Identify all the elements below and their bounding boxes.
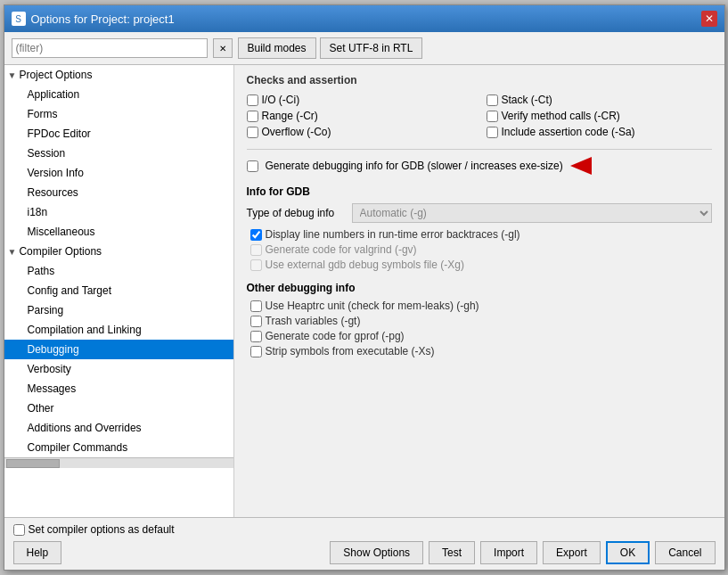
sidebar-item-complink[interactable]: Compilation and Linking [4, 320, 233, 340]
check-strip-input[interactable] [250, 346, 262, 357]
check-verify-input[interactable] [487, 111, 498, 122]
other-label: Other [4, 400, 233, 416]
sidebar-item-messages[interactable]: Messages [4, 379, 233, 398]
sidebar-item-forms[interactable]: Forms [4, 104, 233, 124]
arrow-indicator-icon [570, 157, 597, 175]
check-stack-label: Stack (-Ct) [502, 94, 552, 106]
configtarget-label: Config and Target [4, 283, 233, 299]
check-strip-label: Strip symbols from executable (-Xs) [266, 345, 435, 357]
check-io-label: I/O (-Ci) [262, 94, 300, 106]
set-default-label: Set compiler options as default [29, 523, 175, 536]
sub-check-valgrind: Generate code for valgrind (-gv) [247, 243, 712, 256]
sidebar-item-other[interactable]: Other [4, 398, 233, 418]
filter-clear-button[interactable]: ✕ [213, 38, 233, 58]
info-gdb-title: Info for GDB [247, 185, 712, 198]
sidebar-item-versioninfo[interactable]: Version Info [4, 163, 233, 183]
sidebar-group-compiler-options[interactable]: ▼ Compiler Options [4, 242, 233, 261]
set-default-checkbox[interactable] [13, 524, 25, 536]
app-icon: S [12, 12, 26, 26]
sidebar-item-configtarget[interactable]: Config and Target [4, 281, 233, 300]
fpdoc-label: FPDoc Editor [4, 126, 233, 142]
dialog-title: Options for Project: project1 [31, 12, 175, 26]
debugging-label: Debugging [4, 341, 233, 357]
check-overflow-input[interactable] [247, 127, 258, 138]
sidebar-item-i18n[interactable]: i18n [4, 202, 233, 222]
chevron-down-icon-2: ▼ [8, 247, 17, 257]
sidebar-scrollbar-h[interactable] [4, 457, 233, 468]
sub-check-external-gdb-input[interactable] [250, 259, 262, 271]
check-io-input[interactable] [247, 94, 258, 106]
check-range-input[interactable] [247, 111, 258, 122]
chevron-down-icon: ▼ [8, 70, 17, 80]
show-options-button[interactable]: Show Options [330, 541, 423, 564]
forms-label: Forms [4, 106, 233, 122]
check-gprof-label: Generate code for gprof (-pg) [266, 330, 405, 342]
check-trash-input[interactable] [250, 316, 262, 327]
sidebar-item-parsing[interactable]: Parsing [4, 300, 233, 320]
check-gprof: Generate code for gprof (-pg) [247, 330, 712, 342]
compilercmds-label: Compiler Commands [4, 439, 233, 456]
check-heaptrc-input[interactable] [250, 300, 262, 312]
session-label: Session [4, 145, 233, 161]
sidebar-item-session[interactable]: Session [4, 144, 233, 163]
sidebar-scrollbar-thumb [6, 459, 60, 468]
tab-build-modes[interactable]: Build modes [238, 37, 316, 59]
sub-check-lineno: Display line numbers in run-time error b… [247, 228, 712, 241]
debug-type-select[interactable]: Automatic (-g) [352, 203, 712, 223]
tab-row: Build modes Set UTF-8 in RTL [238, 37, 717, 59]
tab-utf8[interactable]: Set UTF-8 in RTL [320, 37, 423, 59]
sidebar-item-misc[interactable]: Miscellaneous [4, 222, 233, 242]
action-buttons: Show Options Test Import Export OK Cance… [330, 541, 715, 564]
other-debug-title: Other debugging info [247, 282, 712, 294]
sub-check-external-gdb-label: Use external gdb debug symbols file (-Xg… [266, 259, 464, 271]
verbosity-label: Verbosity [4, 361, 233, 377]
sidebar-group-project-options[interactable]: ▼ Project Options [4, 65, 233, 85]
sub-check-external-gdb: Use external gdb debug symbols file (-Xg… [247, 259, 712, 271]
check-assertion: Include assertion code (-Sa) [487, 126, 712, 138]
cancel-button[interactable]: Cancel [655, 541, 715, 564]
help-button[interactable]: Help [13, 541, 62, 564]
sidebar-item-application[interactable]: Application [4, 85, 233, 104]
check-verify-label: Verify method calls (-CR) [502, 110, 620, 122]
check-overflow: Overflow (-Co) [247, 126, 472, 138]
filter-input[interactable] [12, 38, 208, 58]
parsing-label: Parsing [4, 302, 233, 318]
check-assertion-input[interactable] [487, 127, 498, 138]
check-stack: Stack (-Ct) [487, 94, 712, 106]
test-button[interactable]: Test [429, 541, 475, 564]
sub-check-lineno-input[interactable] [250, 229, 262, 241]
compiler-options-header: ▼ Compiler Options [4, 243, 233, 259]
misc-label: Miscellaneous [4, 224, 233, 240]
sidebar-item-resources[interactable]: Resources [4, 183, 233, 202]
export-button[interactable]: Export [543, 541, 601, 564]
title-bar-left: S Options for Project: project1 [12, 12, 175, 26]
ok-button[interactable]: OK [606, 541, 650, 564]
sidebar-item-debugging[interactable]: Debugging [4, 340, 233, 359]
right-panel: Checks and assertion I/O (-Ci) Stack (-C… [234, 65, 724, 517]
close-button[interactable]: ✕ [701, 11, 717, 27]
addoverrides-label: Additions and Overrides [4, 420, 233, 436]
divider-1 [247, 149, 712, 150]
sidebar: ▼ Project Options Application Forms FPDo… [4, 65, 234, 517]
sidebar-item-verbosity[interactable]: Verbosity [4, 359, 233, 379]
project-options-label: Project Options [19, 69, 92, 81]
sidebar-item-fpdoc[interactable]: FPDoc Editor [4, 124, 233, 144]
import-button[interactable]: Import [480, 541, 537, 564]
bottom-buttons: Help Show Options Test Import Export OK … [13, 541, 716, 564]
check-trash: Trash variables (-gt) [247, 315, 712, 327]
check-gprof-input[interactable] [250, 331, 262, 342]
sidebar-item-addoverrides[interactable]: Additions and Overrides [4, 418, 233, 438]
sidebar-item-paths[interactable]: Paths [4, 261, 233, 281]
sub-check-valgrind-input[interactable] [250, 244, 262, 256]
resources-label: Resources [4, 185, 233, 201]
sidebar-item-compilercmds[interactable]: Compiler Commands [4, 438, 233, 457]
complink-label: Compilation and Linking [4, 322, 233, 338]
dialog: S Options for Project: project1 ✕ ✕ Buil… [4, 4, 725, 571]
check-strip: Strip symbols from executable (-Xs) [247, 345, 712, 357]
i18n-label: i18n [4, 204, 233, 220]
project-options-header: ▼ Project Options [4, 67, 233, 83]
application-label: Application [4, 86, 233, 103]
check-stack-input[interactable] [487, 94, 498, 106]
messages-label: Messages [4, 381, 233, 397]
gdb-checkbox[interactable] [247, 160, 258, 172]
